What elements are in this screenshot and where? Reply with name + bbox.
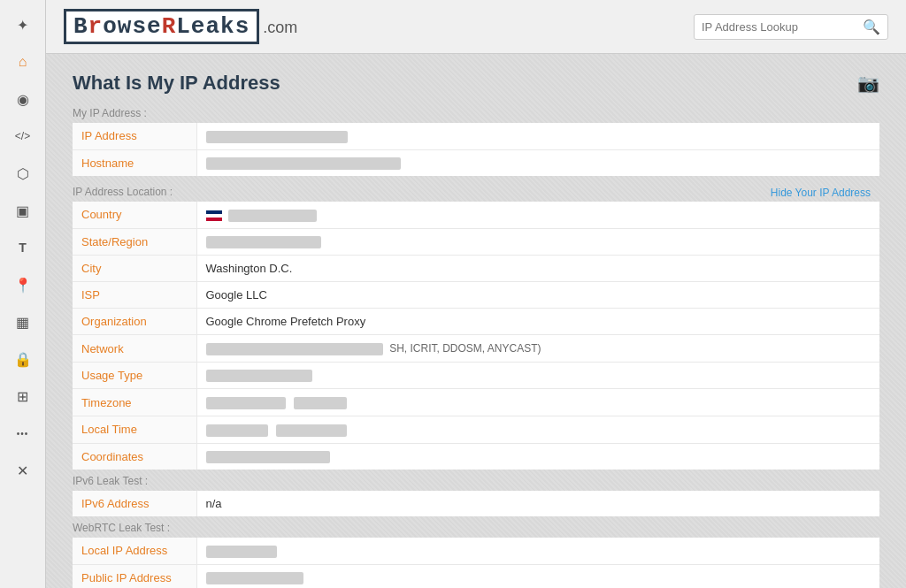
my-ip-section-label: My IP Address :	[73, 107, 879, 119]
isp-value: Google LLC	[196, 282, 879, 309]
coordinates-blurred	[206, 451, 330, 463]
city-value: Washington D.C.	[196, 256, 879, 282]
country-blurred	[228, 210, 317, 222]
table-row: IPv6 Address n/a	[73, 491, 879, 516]
usage-type-value	[196, 362, 879, 389]
public-ip-label: Public IP Address	[73, 564, 196, 588]
location-icon: 📍	[14, 277, 32, 294]
page-title-row: What Is My IP Address 📷	[73, 72, 879, 95]
network-label: Network	[73, 335, 196, 363]
isp-label: ISP	[73, 282, 196, 309]
table-row: State/Region	[73, 228, 879, 256]
sidebar-item-code[interactable]: </>	[7, 120, 39, 152]
network-value: SH, ICRIT, DDOSM, ANYCAST)	[196, 335, 879, 363]
local-ip-label: Local IP Address	[73, 538, 196, 564]
search-input[interactable]	[702, 20, 863, 34]
grid-icon: ⊞	[17, 388, 28, 405]
state-value	[196, 228, 879, 256]
ipv6-table: IPv6 Address n/a	[73, 491, 879, 516]
organization-value: Google Chrome Prefetch Proxy	[196, 309, 879, 335]
sidebar-item-text[interactable]: T	[7, 232, 39, 263]
ip-address-label: IP Address	[73, 123, 196, 149]
text-icon: T	[19, 241, 27, 255]
table-row: Network SH, ICRIT, DDOSM, ANYCAST)	[73, 335, 879, 363]
timezone-label: Timezone	[73, 389, 196, 416]
coordinates-label: Coordinates	[73, 443, 196, 470]
timezone-blurred2	[294, 397, 347, 409]
table-row: Hostname	[73, 149, 879, 176]
table-row: Local IP Address	[73, 538, 879, 564]
localip-blurred	[206, 546, 277, 558]
state-label: State/Region	[73, 228, 196, 256]
timezone-value	[196, 389, 879, 416]
table-row: Local Time	[73, 416, 879, 443]
logo-suffix: .com	[263, 19, 297, 36]
ip-location-label: IP Address Location :	[73, 186, 173, 198]
header: BrowseRLeaks .com 🔍	[46, 0, 906, 54]
hide-ip-link[interactable]: Hide Your IP Address	[771, 187, 871, 199]
table-row: Timezone	[73, 389, 879, 416]
sidebar-item-location[interactable]: 📍	[7, 269, 39, 301]
search-icon[interactable]: 🔍	[863, 19, 880, 35]
sidebar-item-radio[interactable]: ◉	[7, 83, 39, 115]
ip-address-value	[196, 123, 879, 149]
timezone-blurred1	[206, 397, 286, 409]
home-icon: ⌂	[19, 54, 27, 70]
ipv6-address-value: n/a	[196, 491, 879, 516]
table-row: Country	[73, 202, 879, 228]
local-time-value	[196, 416, 879, 443]
network-blurred	[206, 343, 383, 355]
logo-text: BrowseRLeaks	[64, 9, 259, 44]
ip-location-header: IP Address Location : Hide Your IP Addre…	[73, 185, 879, 199]
table-row: Public IP Address	[73, 564, 879, 588]
camera-icon[interactable]: 📷	[857, 73, 879, 94]
sidebar-item-box[interactable]: ▣	[7, 195, 39, 226]
sidebar-item-hex[interactable]: ⬡	[7, 157, 39, 189]
table-row: Usage Type	[73, 362, 879, 389]
table-row: ISP Google LLC	[73, 282, 879, 309]
usage-type-label: Usage Type	[73, 362, 196, 389]
my-ip-table: IP Address Hostname	[73, 123, 879, 176]
sidebar-item-star[interactable]: ✦	[7, 9, 39, 41]
localtime-blurred2	[276, 424, 347, 437]
hex-icon: ⬡	[17, 165, 29, 182]
webrtc-table: Local IP Address Public IP Address	[73, 538, 879, 588]
ipv6-section-label: IPv6 Leak Test :	[73, 475, 879, 487]
hostname-blurred	[206, 157, 401, 170]
table-row: Organization Google Chrome Prefetch Prox…	[73, 309, 879, 335]
ip-location-table: Country State/Region City Washington D.C…	[73, 202, 879, 470]
main-wrapper: BrowseRLeaks .com 🔍 What Is My IP Addres…	[46, 0, 906, 588]
radio-icon: ◉	[17, 91, 29, 108]
localtime-blurred1	[206, 424, 268, 437]
organization-label: Organization	[73, 309, 196, 335]
page-content: What Is My IP Address 📷 My IP Address : …	[46, 54, 906, 588]
local-time-label: Local Time	[73, 416, 196, 443]
city-label: City	[73, 256, 196, 282]
logo: BrowseRLeaks .com	[64, 9, 297, 44]
box-icon: ▣	[16, 202, 29, 219]
sidebar-item-lock[interactable]: 🔒	[7, 343, 39, 375]
sidebar-item-settings[interactable]: ✕	[7, 454, 39, 486]
more-icon: •••	[17, 429, 29, 439]
table-row: IP Address	[73, 123, 879, 149]
country-label: Country	[73, 202, 196, 228]
ipv6-address-label: IPv6 Address	[73, 491, 196, 516]
public-ip-value	[196, 564, 879, 588]
sidebar-item-home[interactable]: ⌂	[7, 46, 39, 78]
table-row: Coordinates	[73, 443, 879, 470]
table-row: City Washington D.C.	[73, 256, 879, 282]
coordinates-value	[196, 443, 879, 470]
page-title: What Is My IP Address	[73, 72, 280, 95]
hostname-value	[196, 149, 879, 176]
hostname-label: Hostname	[73, 149, 196, 176]
sidebar-item-chart[interactable]: ▦	[7, 306, 39, 338]
webrtc-section-label: WebRTC Leak Test :	[73, 522, 879, 534]
network-text: SH, ICRIT, DDOSM, ANYCAST)	[389, 342, 541, 355]
sidebar-item-more[interactable]: •••	[7, 417, 39, 449]
sidebar-item-grid[interactable]: ⊞	[7, 380, 39, 412]
publicip-blurred	[206, 572, 303, 584]
sidebar: ✦ ⌂ ◉ </> ⬡ ▣ T 📍 ▦ 🔒 ⊞ ••• ✕	[0, 0, 46, 588]
local-ip-value	[196, 538, 879, 564]
country-value	[196, 202, 879, 228]
star-icon: ✦	[17, 17, 28, 34]
